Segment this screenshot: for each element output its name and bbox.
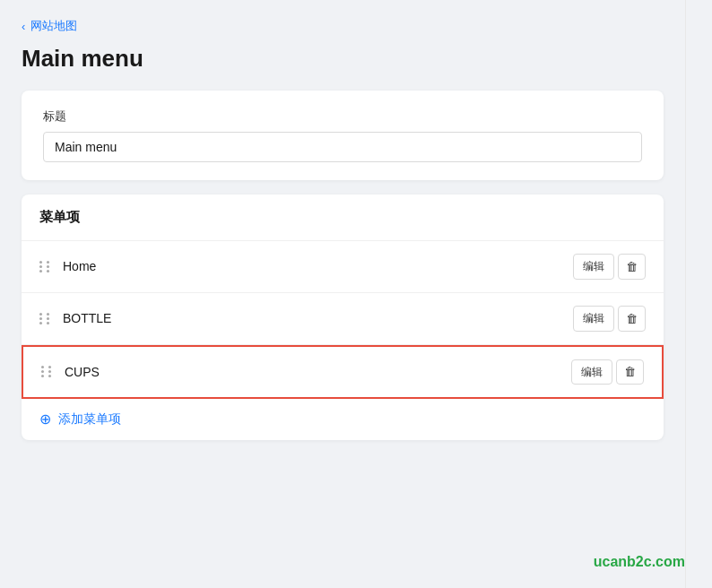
breadcrumb-label[interactable]: 网站地图 bbox=[30, 18, 77, 34]
edit-button-bottle[interactable]: 编辑 bbox=[573, 306, 614, 332]
title-input[interactable] bbox=[43, 132, 642, 162]
page-title: Main menu bbox=[22, 45, 664, 73]
delete-button-home[interactable]: 🗑 bbox=[618, 254, 646, 280]
add-icon: ⊕ bbox=[39, 412, 51, 427]
drag-handle-bottle[interactable] bbox=[39, 313, 52, 324]
drag-handle-cups[interactable] bbox=[41, 366, 54, 377]
action-buttons-bottle: 编辑 🗑 bbox=[573, 306, 646, 332]
menu-item-name-bottle: BOTTLE bbox=[63, 311, 573, 325]
edit-button-cups[interactable]: 编辑 bbox=[571, 359, 612, 385]
drag-handle-home[interactable] bbox=[39, 261, 52, 272]
menu-item-name-home: Home bbox=[63, 259, 573, 273]
action-buttons-home: 编辑 🗑 bbox=[573, 254, 646, 280]
title-card: 标题 bbox=[22, 91, 664, 180]
title-field-label: 标题 bbox=[43, 108, 642, 125]
watermark: ucanb2c.com bbox=[594, 554, 685, 570]
delete-button-bottle[interactable]: 🗑 bbox=[618, 306, 646, 332]
add-menu-item-row[interactable]: ⊕ 添加菜单项 bbox=[22, 399, 664, 440]
right-panel bbox=[685, 0, 712, 588]
edit-button-home[interactable]: 编辑 bbox=[573, 254, 614, 280]
menu-card: 菜单项 Home 编辑 🗑 bbox=[22, 195, 664, 440]
delete-button-cups[interactable]: 🗑 bbox=[616, 359, 644, 385]
menu-item-bottle: BOTTLE 编辑 🗑 bbox=[22, 293, 664, 345]
menu-section-title: 菜单项 bbox=[39, 209, 80, 224]
menu-item-name-cups: CUPS bbox=[65, 365, 571, 379]
menu-section-header: 菜单项 bbox=[22, 195, 664, 241]
add-label: 添加菜单项 bbox=[58, 411, 121, 428]
breadcrumb-arrow: ‹ bbox=[22, 20, 25, 33]
menu-item-cups: CUPS 编辑 🗑 bbox=[22, 345, 664, 400]
action-buttons-cups: 编辑 🗑 bbox=[571, 359, 644, 385]
breadcrumb[interactable]: ‹ 网站地图 bbox=[22, 18, 664, 34]
menu-item-home: Home 编辑 🗑 bbox=[22, 241, 664, 293]
